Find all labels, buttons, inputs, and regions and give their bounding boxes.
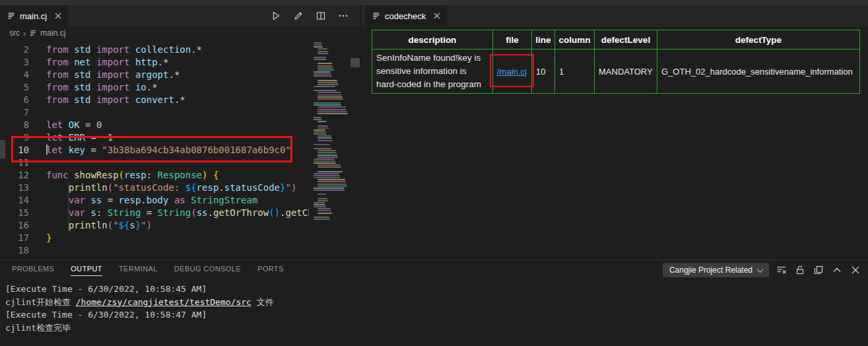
defect-level: MANDATORY (595, 50, 657, 94)
editor-tabstrip: main.cj (0, 5, 360, 26)
code-line[interactable]: 7 (0, 106, 309, 119)
code-text: let key = "3b38ba694cb34ab0876b001687a6b… (29, 144, 291, 156)
code-editor[interactable]: 2from std import collection.*3from net i… (0, 40, 360, 260)
code-text: from std import argopt.* (29, 69, 180, 81)
left-edge-scrollbar[interactable] (0, 140, 5, 158)
code-line[interactable]: 11 (0, 156, 309, 169)
run-icon[interactable] (270, 10, 282, 22)
minimap-line (317, 171, 343, 172)
minimap-line (314, 119, 322, 120)
editor-scrollbar[interactable] (351, 40, 360, 260)
code-line[interactable]: 13 println("statusCode: ${resp.statusCod… (0, 182, 309, 194)
unlock-icon[interactable] (794, 264, 806, 276)
minimap-line (314, 219, 330, 220)
edit-pencil-icon[interactable] (292, 10, 304, 22)
minimap-line (317, 53, 329, 54)
breadcrumb-file[interactable]: main.cj (40, 28, 65, 38)
minimap-line (317, 140, 333, 141)
minimap-line (314, 188, 344, 189)
vscode-window: main.cj (0, 0, 868, 346)
minimap-line (317, 198, 327, 199)
close-tab-icon[interactable] (55, 13, 61, 19)
chevron-right-icon: › (23, 28, 26, 38)
code-line[interactable]: 5from std import io.* (0, 81, 309, 94)
code-line[interactable]: 15 var s: String = String(ss.getOrThrow(… (0, 207, 309, 219)
code-text: let OK = 0 (29, 119, 102, 131)
breadcrumb-folder[interactable]: src (9, 28, 20, 38)
table-header-cell: file (493, 30, 532, 50)
panel-tab-ports[interactable]: PORTS (257, 265, 284, 276)
minimap-line (314, 175, 340, 176)
minimap-line (317, 106, 346, 108)
minimap-line (314, 104, 341, 106)
breadcrumb-file-icon (29, 29, 37, 37)
table-row: SenInfoName found!key is sensitive infor… (372, 50, 860, 94)
maximize-panel-icon[interactable] (831, 264, 843, 276)
minimap-line (317, 164, 341, 166)
table-header-cell: line (532, 30, 555, 50)
code-line[interactable]: 17} (0, 232, 309, 244)
minimap-line (317, 111, 347, 112)
minimap-line (317, 127, 329, 129)
code-text (29, 106, 46, 119)
minimap-line (317, 181, 346, 182)
minimap-line (314, 59, 327, 60)
minimap-line (317, 150, 336, 151)
minimap-line (317, 48, 327, 50)
code-line[interactable]: 4from std import argopt.* (0, 69, 309, 81)
line-number: 2 (0, 44, 29, 56)
minimap[interactable] (312, 40, 351, 260)
minimap-line (317, 125, 328, 127)
code-line[interactable]: 3from net import http.* (0, 56, 309, 69)
defect-column: 1 (555, 50, 595, 94)
codecheck-content: descriptionfilelinecolumndefectLeveldefe… (361, 26, 868, 260)
code-line[interactable]: 8let OK = 0 (0, 119, 309, 131)
minimap-line (317, 208, 331, 209)
minimap-line (317, 152, 337, 153)
minimap-line (317, 109, 347, 110)
minimap-line (314, 217, 329, 218)
code-text: from std import convert.* (29, 94, 185, 106)
minimap-line (314, 102, 341, 104)
line-number: 18 (0, 244, 29, 257)
minimap-line (317, 135, 331, 137)
bottom-panel: PROBLEMSOUTPUTTERMINALDEBUG CONSOLEPORTS… (0, 260, 868, 346)
tab-main-cj[interactable]: main.cj (0, 5, 68, 26)
minimap-line (317, 92, 341, 93)
code-line[interactable]: 14 var ss = resp.body as StringStream (0, 194, 309, 207)
output-channel-select[interactable]: Cangjie Project Related (663, 263, 769, 277)
split-editor-icon[interactable] (315, 10, 327, 22)
code-line[interactable]: 12func showResp(resp: Response) { (0, 169, 309, 182)
clear-output-icon[interactable] (776, 264, 787, 276)
code-text: from std import collection.* (29, 44, 202, 56)
code-line[interactable]: 10let key = "3b38ba694cb34ab0876b001687a… (0, 144, 309, 156)
code-text: func showResp(resp: Response) { (29, 169, 218, 182)
panel-tab-debug-console[interactable]: DEBUG CONSOLE (174, 265, 241, 276)
panel-tab-output[interactable]: OUTPUT (71, 265, 102, 276)
panel-tabs: PROBLEMSOUTPUTTERMINALDEBUG CONSOLEPORTS (0, 265, 284, 276)
code-line[interactable]: 18 (0, 244, 309, 257)
code-line[interactable]: 16 println("${s}") (0, 219, 309, 232)
output-path-link[interactable]: /home/zsy/cangjietest/testDemo/src (76, 297, 251, 307)
panel-tab-terminal[interactable]: TERMINAL (119, 265, 158, 276)
open-output-in-editor-icon[interactable] (813, 264, 824, 276)
scrollbar-thumb[interactable] (351, 58, 360, 67)
more-actions-icon[interactable] (337, 10, 349, 22)
code-line[interactable]: 6from std import convert.* (0, 94, 309, 106)
tab-codecheck[interactable]: codecheck (365, 5, 447, 26)
output-line: cjlint检查完毕 (5, 322, 868, 335)
code-line[interactable]: 2from std import collection.* (0, 44, 309, 56)
file-link[interactable]: /main.cj (497, 67, 527, 77)
close-tab-icon[interactable] (434, 13, 440, 19)
line-number: 8 (0, 119, 29, 131)
close-panel-icon[interactable] (850, 264, 861, 276)
minimap-line (314, 177, 341, 178)
minimap-line (317, 113, 348, 114)
line-number: 3 (0, 56, 29, 69)
code-line[interactable]: 9let ERR = -1 (0, 131, 309, 144)
panel-tab-problems[interactable]: PROBLEMS (12, 265, 54, 276)
minimap-line (314, 129, 325, 131)
code-text: let ERR = -1 (29, 131, 113, 144)
minimap-line (317, 210, 331, 211)
minimap-line (317, 166, 341, 168)
